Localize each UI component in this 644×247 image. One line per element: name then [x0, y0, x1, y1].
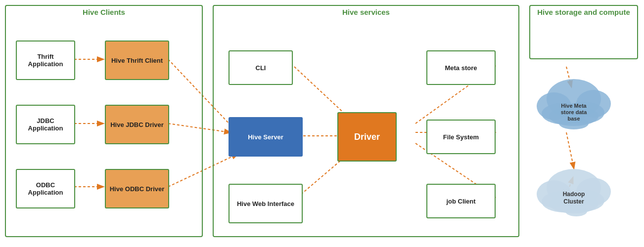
clients-title: Hive Clients	[6, 6, 202, 18]
storage-title: Hive storage and compute	[530, 6, 637, 18]
cli-node: CLI	[229, 50, 293, 85]
svg-text:Cluster: Cluster	[563, 198, 584, 205]
svg-line-14	[566, 132, 574, 168]
svg-point-16	[537, 92, 571, 120]
svg-point-30	[549, 194, 598, 213]
svg-point-19	[563, 102, 604, 124]
jdbc-app-node: JDBC Application	[16, 105, 75, 144]
job-client-node: job Client	[426, 184, 496, 218]
hadoop-cluster-cloud: Hadoop Cluster	[537, 169, 611, 216]
svg-point-18	[542, 103, 586, 124]
thrift-app-node: Thrift Application	[16, 41, 75, 80]
svg-point-29	[563, 190, 604, 211]
svg-point-27	[576, 178, 611, 206]
svg-line-13	[566, 178, 573, 195]
svg-text:base: base	[567, 116, 580, 122]
file-system-node: File System	[426, 120, 496, 154]
meta-store-node: Meta store	[426, 50, 496, 85]
hive-jdbc-driver-node: Hive JDBC Driver	[105, 105, 169, 144]
hive-odbc-driver-node: Hive ODBC Driver	[105, 169, 169, 208]
svg-point-20	[549, 106, 598, 126]
svg-line-12	[566, 67, 571, 86]
svg-point-21	[559, 118, 589, 129]
services-section: Hive services CLI Hive Server Hive Web I…	[213, 5, 519, 237]
hive-web-interface-node: Hive Web Interface	[229, 184, 303, 223]
svg-point-26	[537, 180, 571, 208]
diagram-container: Hive Meta store data base Hadoop Cluster…	[0, 0, 644, 247]
svg-point-15	[547, 79, 601, 119]
svg-text:Hadoop: Hadoop	[563, 191, 585, 198]
storage-section: Hive storage and compute	[529, 5, 638, 59]
svg-point-31	[565, 206, 587, 216]
clients-section: Hive Clients Thrift Application JDBC App…	[5, 5, 203, 237]
svg-text:store data: store data	[561, 109, 587, 115]
hive-thrift-client-node: Hive Thrift Client	[105, 41, 169, 80]
hive-server-node: Hive Server	[229, 117, 303, 157]
svg-point-25	[547, 169, 601, 206]
svg-point-17	[576, 90, 611, 118]
svg-text:Hive Meta: Hive Meta	[561, 103, 587, 109]
driver-node: Driver	[337, 112, 397, 162]
odbc-app-node: ODBC Application	[16, 169, 75, 208]
services-title: Hive services	[214, 6, 518, 18]
meta-store-cloud: Hive Meta store data base	[537, 79, 611, 129]
svg-point-28	[542, 191, 586, 212]
